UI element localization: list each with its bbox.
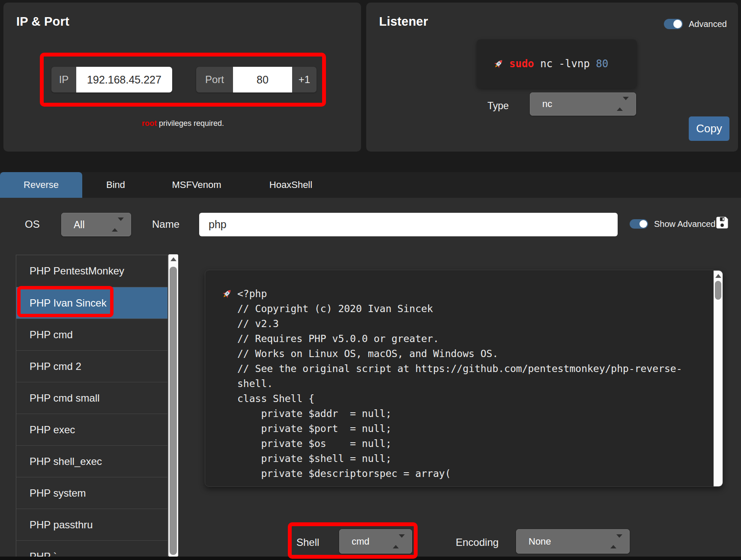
payload-code: <?php // Copyright (c) 2020 Ivan Sincek … — [237, 286, 682, 481]
code-line: private $os = null; — [237, 436, 682, 451]
listener-type-label: Type — [487, 100, 509, 112]
scroll-up-arrow-icon[interactable] — [715, 274, 721, 278]
code-line: // See the original script at https://gi… — [237, 361, 682, 376]
list-item-php-pentestmonkey[interactable]: PHP PentestMonkey — [16, 255, 167, 287]
select-arrows-icon — [610, 538, 622, 545]
code-line: // Copyright (c) 2020 Ivan Sincek — [237, 301, 682, 316]
ip-port-panel: IP & Port IP Port +1 root privileges req… — [3, 3, 361, 152]
port-increment-button[interactable]: +1 — [292, 67, 317, 92]
command-port: 80 — [596, 58, 608, 70]
toggle-knob — [673, 20, 682, 28]
page-bottom-strip — [0, 557, 741, 560]
code-line: class Shell { — [237, 391, 682, 406]
rocket-icon — [221, 288, 233, 299]
list-item-php-cmd-2[interactable]: PHP cmd 2 — [16, 350, 167, 382]
scrollbar-thumb[interactable] — [170, 267, 177, 555]
os-label: OS — [25, 218, 40, 230]
shell-select[interactable]: cmd — [339, 529, 412, 554]
code-line: // Requires PHP v5.0.0 or greater. — [237, 331, 682, 346]
listener-type-value: nc — [542, 98, 552, 110]
list-item-php-ivan-sincek[interactable]: PHP Ivan Sincek — [16, 287, 167, 319]
shell-type-tabbar: Reverse Bind MSFVenom HoaxShell — [0, 172, 741, 198]
code-scrollbar[interactable] — [714, 271, 723, 486]
listener-command: sudo nc -lvnp 80 — [509, 58, 608, 70]
shell-select-value: cmd — [352, 536, 370, 547]
tab-msfvenom[interactable]: MSFVenom — [149, 172, 244, 198]
code-line: private $shell = null; — [237, 451, 682, 466]
command-sudo: sudo — [509, 58, 534, 70]
ip-input[interactable] — [76, 67, 172, 92]
tab-reverse[interactable]: Reverse — [0, 172, 82, 198]
encoding-select[interactable]: None — [516, 529, 630, 554]
command-body: nc -lvnp — [534, 58, 596, 70]
ip-label: IP — [51, 67, 76, 92]
list-item-php-backtick[interactable]: PHP ` — [16, 540, 167, 557]
encoding-label: Encoding — [456, 536, 499, 548]
code-line: shell. — [237, 376, 682, 391]
list-item-php-shell-exec[interactable]: PHP shell_exec — [16, 445, 167, 477]
list-item-php-exec[interactable]: PHP exec — [16, 414, 167, 445]
select-arrows-icon — [112, 221, 124, 229]
save-icon[interactable] — [714, 215, 730, 230]
listener-command-box: sudo nc -lvnp 80 — [477, 39, 637, 88]
name-label: Name — [152, 218, 179, 230]
scrollbar-thumb[interactable] — [715, 281, 721, 300]
payload-list: PHP PentestMonkey PHP Ivan Sincek PHP cm… — [16, 255, 168, 557]
list-item-php-passthru[interactable]: PHP passthru — [16, 509, 167, 540]
payload-code-box: <?php // Copyright (c) 2020 Ivan Sincek … — [205, 270, 723, 487]
toggle-knob — [639, 220, 647, 228]
list-item-php-cmd[interactable]: PHP cmd — [16, 319, 167, 350]
ip-port-title: IP & Port — [16, 15, 69, 29]
port-input[interactable] — [233, 67, 292, 92]
reverse-content-panel: OS All Name Show Advanced PHP PentestMon… — [0, 198, 741, 557]
list-item-php-system[interactable]: PHP system — [16, 477, 167, 509]
port-input-group: Port +1 — [196, 67, 317, 92]
name-search-input[interactable] — [199, 213, 618, 236]
advanced-toggle[interactable] — [664, 19, 683, 29]
rocket-icon — [493, 58, 504, 69]
tab-bind[interactable]: Bind — [82, 172, 149, 198]
select-arrows-icon — [617, 100, 629, 108]
ip-input-group: IP — [51, 67, 172, 92]
tab-hoaxshell[interactable]: HoaxShell — [244, 172, 338, 198]
note-text: privileges required. — [157, 119, 224, 128]
root-highlight: root — [142, 119, 157, 128]
code-line: private $descriptorspec = array( — [237, 466, 682, 481]
show-advanced-toggle[interactable] — [630, 219, 648, 229]
copy-button[interactable]: Copy — [689, 116, 729, 141]
listener-title: Listener — [379, 15, 428, 29]
code-line: // v2.3 — [237, 316, 682, 331]
revshells-app: IP & Port IP Port +1 root privileges req… — [0, 0, 741, 560]
code-line: private $addr = null; — [237, 406, 682, 421]
code-line: // Works on Linux OS, macOS, and Windows… — [237, 346, 682, 361]
os-select-value: All — [74, 219, 85, 230]
root-privileges-note: root privileges required. — [40, 119, 326, 128]
select-arrows-icon — [393, 538, 405, 545]
show-advanced-label: Show Advanced — [654, 219, 715, 229]
port-label: Port — [196, 67, 233, 92]
code-line: <?php — [237, 286, 682, 301]
encoding-select-value: None — [529, 536, 551, 547]
code-line: private $port = null; — [237, 421, 682, 436]
scroll-up-arrow-icon[interactable] — [170, 257, 176, 261]
list-item-php-cmd-small[interactable]: PHP cmd small — [16, 382, 167, 414]
shell-label: Shell — [296, 536, 319, 548]
listener-type-select[interactable]: nc — [530, 92, 636, 116]
os-select[interactable]: All — [61, 213, 131, 236]
payload-list-scrollbar[interactable] — [168, 254, 178, 557]
listener-panel: Listener Advanced sudo nc -lvnp 80 Type … — [366, 3, 738, 152]
advanced-toggle-label: Advanced — [689, 19, 727, 29]
